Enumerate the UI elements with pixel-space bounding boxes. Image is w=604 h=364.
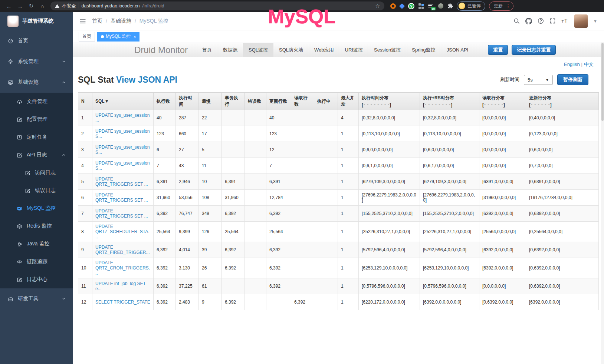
gem-extension-icon[interactable] [399, 3, 405, 9]
reload-icon[interactable]: ↻ [26, 1, 36, 11]
column-header-5[interactable]: 事务执行 [222, 93, 245, 110]
github-icon[interactable] [525, 18, 532, 24]
avatar-caret-down-icon[interactable]: ▼ [593, 19, 597, 23]
druid-tab-Web应用[interactable]: Web应用 [309, 43, 339, 57]
language-switch: English|中文 [78, 57, 599, 68]
sidebar-item-error-log[interactable]: 错误日志 [0, 182, 73, 199]
address-bar[interactable]: 不安全 dashboard.yudao.iocoder.cn/infra/dru… [50, 1, 384, 10]
pause-refresh-button[interactable]: 暂停刷新 [557, 74, 588, 85]
help-icon[interactable] [538, 18, 544, 24]
sidebar-item-system[interactable]: 系统管理 [0, 51, 73, 72]
druid-tab-Spring监控[interactable]: Spring监控 [406, 43, 441, 57]
sql-link[interactable]: UPDATE sys_user_session S... [95, 145, 150, 155]
list-extension-icon[interactable]: on [428, 3, 434, 9]
monkey-extension-icon[interactable] [438, 3, 443, 9]
sql-link[interactable]: UPDATE sys_user_session S... [95, 161, 150, 171]
adblock-extension-icon[interactable] [390, 3, 396, 9]
sql-link[interactable]: UPDATE QRTZ_TRIGGERS SET ... [95, 192, 148, 203]
column-header-8[interactable]: 读取行数 [291, 93, 314, 110]
sidebar-item-file[interactable]: 文件管理 [0, 93, 73, 110]
squares-extension-icon[interactable] [418, 3, 424, 9]
tag-active[interactable]: MySQL 监控× [97, 32, 139, 42]
browser-menu-dots-icon[interactable]: ⋮ [506, 3, 511, 9]
sidebar: 芋道管理系统 首页系统管理基础设施文件管理配置管理定时任务API 日志访问日志错… [0, 12, 73, 364]
column-header-0[interactable]: N [78, 93, 92, 110]
sidebar-item-config[interactable]: 配置管理 [0, 110, 73, 128]
app-logo: 芋道管理系统 [0, 12, 73, 30]
chrome-update-button[interactable]: 更新 ⋮ [489, 1, 513, 11]
druid-tab-首页[interactable]: 首页 [197, 43, 217, 57]
sidebar-item-mysql[interactable]: MySQL 监控 [0, 199, 73, 217]
refresh-interval-select[interactable]: 5s ▼ [524, 75, 553, 85]
page-scrollbar[interactable] [601, 42, 604, 364]
hamburger-icon[interactable] [79, 18, 86, 24]
druid-tab-JSON API[interactable]: JSON API [441, 43, 474, 57]
column-header-7[interactable]: 更新行数 [266, 93, 291, 110]
lang-chinese-link[interactable]: 中文 [584, 62, 594, 67]
column-header-12[interactable]: 执行+RS时分布[- - - - - - - -] [420, 93, 479, 110]
breadcrumb-item: MySQL 监控 [139, 18, 168, 24]
puzzle-extensions-icon[interactable] [447, 3, 453, 9]
home-icon[interactable]: ⌂ [37, 1, 47, 11]
lang-english-link[interactable]: English [564, 62, 580, 67]
breadcrumb-item[interactable]: 首页 [92, 18, 102, 24]
breadcrumb-item[interactable]: 基础设施 [111, 18, 131, 24]
column-header-9[interactable]: 执行中 [314, 93, 338, 110]
sidebar-item-job[interactable]: 定时任务 [0, 128, 73, 146]
cell: 40 [266, 110, 291, 126]
druid-tab-URI监控[interactable]: URI监控 [339, 43, 368, 57]
cell: 7 [78, 206, 92, 222]
sql-link[interactable]: UPDATE QRTZ_CRON_TRIGGERS... [95, 260, 150, 276]
sidebar-item-dev-tools[interactable]: 研发工具 [0, 288, 73, 309]
tag-inactive[interactable]: 首页 [79, 32, 95, 42]
search-icon[interactable] [513, 18, 520, 24]
sidebar-item-label: Java 监控 [27, 241, 49, 247]
column-header-2[interactable]: 执行数 [154, 93, 176, 110]
user-avatar[interactable] [574, 14, 588, 28]
bookmark-star-icon[interactable]: ☆ [375, 3, 380, 9]
sidebar-item-java[interactable]: Java 监控 [0, 235, 73, 253]
sidebar-item-home[interactable]: 首页 [0, 30, 73, 51]
druid-tab-数据源[interactable]: 数据源 [217, 43, 243, 57]
sidebar-item-access-log[interactable]: 访问日志 [0, 164, 73, 182]
font-size-icon[interactable]: TT [561, 18, 569, 24]
sql-link[interactable]: SELECT TRIGGER_STATE [95, 300, 150, 305]
sidebar-item-api-log[interactable]: API 日志 [0, 146, 73, 164]
sql-link[interactable]: UPDATE QRTZ_SCHEDULER_STA... [95, 224, 150, 239]
sql-link[interactable]: UPDATE QRTZ_FIRED_TRIGGER... [95, 245, 150, 255]
druid-tab-Session监控[interactable]: Session监控 [368, 43, 406, 57]
druid-navbar: Druid Monitor 首页数据源SQL监控SQL防火墙Web应用URI监控… [73, 43, 604, 57]
sidebar-item-redis[interactable]: Redis 监控 [0, 217, 73, 235]
back-icon[interactable]: ← [4, 1, 14, 11]
sql-link[interactable]: UPDATE inf_job_log SET e... [95, 281, 146, 291]
druid-tab-SQL防火墙[interactable]: SQL防火墙 [273, 43, 309, 57]
forward-icon[interactable]: → [15, 1, 25, 11]
column-header-1[interactable]: SQL▼ [92, 93, 154, 110]
log-and-reset-button[interactable]: 记录日志并重置 [512, 45, 556, 55]
cell: [0,6391,0,0,0,0] [526, 174, 599, 190]
sql-link[interactable]: UPDATE sys_user_session S... [95, 129, 150, 139]
reset-button[interactable]: 重置 [488, 45, 508, 55]
column-header-6[interactable]: 错误数 [245, 93, 266, 110]
column-header-3[interactable]: 执行时间 [176, 93, 199, 110]
fullscreen-icon[interactable] [549, 18, 556, 24]
sql-link[interactable]: UPDATE QRTZ_TRIGGERS SET ... [95, 176, 148, 187]
tag-close-icon[interactable]: × [134, 34, 136, 39]
cell: 6,391 [266, 174, 291, 190]
druid-tab-SQL监控[interactable]: SQL监控 [243, 43, 273, 57]
sql-link[interactable]: UPDATE QRTZ_TRIGGERS SET ... [95, 208, 148, 219]
view-json-api-link[interactable]: View JSON API [116, 75, 177, 85]
sidebar-item-trace[interactable]: 链路追踪 [0, 253, 73, 271]
column-header-11[interactable]: 执行时间分布[- - - - - - - -] [359, 93, 420, 110]
profile-chip[interactable]: 已暂停 [457, 1, 485, 11]
sidebar-item-label: 链路追踪 [27, 258, 47, 265]
sql-link[interactable]: UPDATE sys_user_session ... [95, 113, 150, 123]
sidebar-item-log-center[interactable]: 日志中心 [0, 271, 73, 288]
sidebar-item-infra[interactable]: 基础设施 [0, 72, 73, 93]
y-extension-icon[interactable]: y [408, 3, 414, 9]
column-header-14[interactable]: 更新行分布[- - - - - -] [526, 93, 599, 110]
column-header-10[interactable]: 最大并发 [338, 93, 359, 110]
column-header-4[interactable]: 最慢 [199, 93, 222, 110]
scrollbar-thumb[interactable] [601, 43, 604, 121]
column-header-13[interactable]: 读取行分布[- - - - - -] [479, 93, 526, 110]
